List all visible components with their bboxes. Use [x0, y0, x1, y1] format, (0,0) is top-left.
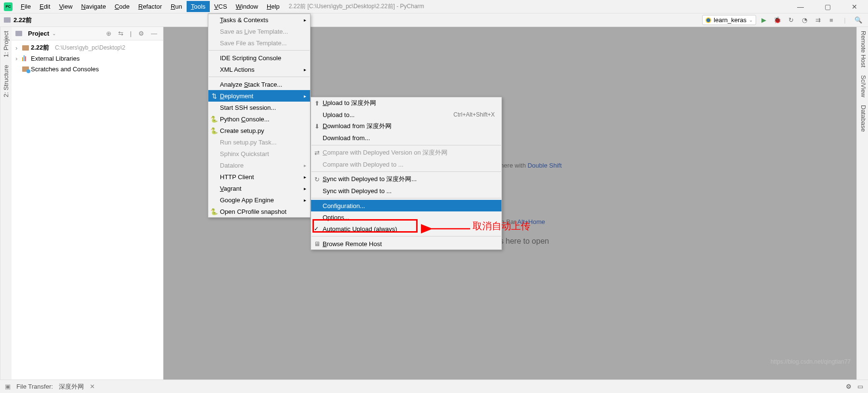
project-tab[interactable]: 1: Project — [1, 31, 11, 57]
tools-item-open-cprofile-snapshot[interactable]: 🐍Open CProfile snapshot — [208, 206, 310, 217]
notifications-icon[interactable]: ▭ — [857, 383, 863, 390]
menu-navigate[interactable]: Navigate — [77, 1, 110, 12]
project-panel: Project ⌄ ⊕ ⇆ | ⚙ — › 2.22前 C:\Users\gyb… — [12, 27, 163, 380]
tree-external-libraries[interactable]: › External Libraries — [12, 53, 163, 64]
close-button[interactable]: ✕ — [841, 0, 868, 13]
settings-icon[interactable]: ⚙ — [136, 30, 146, 37]
deployment-submenu-popup: ⬆Upload to 深度外网Upload to...Ctrl+Alt+Shif… — [311, 97, 502, 250]
tools-item-vagrant[interactable]: Vagrant▸ — [208, 183, 310, 194]
hide-button[interactable]: — — [149, 30, 159, 37]
deploy-item-options[interactable]: Options... — [311, 211, 502, 223]
divider: | — [839, 14, 851, 26]
remote-host-tab[interactable]: Remote Host — [858, 31, 867, 67]
tool-window-button[interactable]: ▣ — [5, 383, 11, 390]
select-opened-file-button[interactable]: ⊕ — [104, 30, 113, 37]
scratches-icon — [22, 66, 29, 72]
tools-item-http-client[interactable]: HTTP Client▸ — [208, 171, 310, 183]
module-icon — [22, 45, 29, 51]
host-icon: 🖥 — [313, 240, 321, 248]
chevron-right-icon[interactable]: › — [15, 44, 20, 52]
run-button[interactable]: ▶ — [758, 14, 770, 26]
menu-separator — [312, 198, 501, 198]
tools-item-run-setup-py-task: Run setup.py Task... — [208, 136, 310, 148]
submenu-arrow-icon: ▸ — [304, 67, 306, 72]
project-icon — [15, 31, 22, 36]
minimize-button[interactable]: — — [787, 0, 814, 13]
chevron-down-icon: ⌄ — [749, 17, 753, 23]
submenu-arrow-icon: ▸ — [304, 93, 306, 99]
watermark: https://blog.csdn.net/qingtian77 — [771, 358, 851, 365]
deploy-item-configuration[interactable]: Configuration... — [311, 200, 502, 211]
tools-item-tasks-contexts[interactable]: Tasks & Contexts▸ — [208, 14, 310, 26]
submenu-arrow-icon: ▸ — [304, 17, 306, 23]
menu-tools[interactable]: Tools — [187, 1, 210, 12]
chevron-right-icon[interactable]: › — [15, 55, 20, 62]
deploy-item-sync-with-deployed-to[interactable]: Sync with Deployed to ... — [311, 185, 502, 196]
menu-refactor[interactable]: Refactor — [134, 1, 166, 12]
deploy-item-sync-with-deployed-to[interactable]: ↻Sync with Deployed to 深度外网... — [311, 173, 502, 185]
database-tab[interactable]: Database — [858, 105, 867, 132]
deploy-item-browse-remote-host[interactable]: 🖥Browse Remote Host — [311, 238, 502, 249]
tools-item-python-console[interactable]: 🐍Python Console... — [208, 113, 310, 125]
run-config-selector[interactable]: learn_keras ⌄ — [702, 15, 756, 25]
chevron-down-icon[interactable]: ⌄ — [52, 31, 56, 36]
menu-vcs[interactable]: VCS — [210, 1, 231, 12]
menu-code[interactable]: Code — [110, 1, 134, 12]
coverage-button[interactable]: ↻ — [785, 14, 797, 26]
nav-bar: 2.22前 learn_keras ⌄ ▶ 🐞 ↻ ◔ ⇉ ■ | 🔍 — [0, 13, 868, 27]
tools-item-start-ssh-session[interactable]: Start SSH session... — [208, 102, 310, 113]
tools-item-datalore: Datalore▸ — [208, 159, 310, 171]
concurrency-button[interactable]: ⇉ — [812, 14, 824, 26]
deploy-item-compare-with-deployed-to: Compare with Deployed to ... — [311, 158, 502, 170]
menu-edit[interactable]: Edit — [35, 1, 54, 12]
menu-separator — [312, 171, 501, 172]
close-icon[interactable]: ✕ — [90, 383, 95, 390]
debug-button[interactable]: 🐞 — [772, 14, 783, 26]
tools-item-save-as-live-template: Save as Live Template... — [208, 26, 310, 37]
maximize-button[interactable]: ▢ — [814, 0, 841, 13]
deploy-item-upload-to[interactable]: ⬆Upload to 深度外网 — [311, 97, 502, 109]
libraries-icon — [22, 55, 29, 61]
deploy-item-automatic-upload-always[interactable]: ✓Automatic Upload (always) — [311, 223, 502, 235]
menu-window[interactable]: Window — [231, 1, 262, 12]
py-icon: 🐍 — [210, 116, 218, 123]
tools-item-analyze-stack-trace[interactable]: Analyze Stack Trace... — [208, 79, 310, 90]
event-log-icon[interactable]: ⚙ — [846, 383, 852, 390]
menu-separator — [312, 236, 501, 236]
tree-root[interactable]: › 2.22前 C:\Users\gyb_pc\Desktop\2 — [12, 42, 163, 53]
menu-file[interactable]: File — [16, 1, 35, 12]
check-icon: ✓ — [314, 225, 319, 232]
tools-item-save-file-as-template: Save File as Template... — [208, 37, 310, 49]
tools-item-sphinx-quickstart: Sphinx Quickstart — [208, 148, 310, 159]
deploy-item-download-from[interactable]: ⬇Download from 深度外网 — [311, 120, 502, 132]
breadcrumb[interactable]: 2.22前 — [14, 16, 32, 25]
project-tree: › 2.22前 C:\Users\gyb_pc\Desktop\2 › Exte… — [12, 40, 163, 76]
tools-menu-popup: Tasks & Contexts▸Save as Live Template..… — [208, 13, 311, 218]
search-button[interactable]: 🔍 — [853, 14, 864, 26]
deploy-item-compare-with-deployed-version-on: ⇄Compare with Deployed Version on 深度外网 — [311, 147, 502, 158]
file-transfer-server[interactable]: 深度外网 — [59, 382, 84, 391]
tools-item-xml-actions[interactable]: XML Actions▸ — [208, 64, 310, 75]
python-icon — [705, 17, 711, 23]
stop-button[interactable]: ■ — [826, 14, 837, 26]
cmp-icon: ⇄ — [313, 149, 321, 157]
expand-all-button[interactable]: ⇆ — [116, 30, 125, 37]
tools-item-google-app-engine[interactable]: Google App Engine▸ — [208, 194, 310, 206]
tools-item-deployment[interactable]: ⇅Deployment▸ — [208, 90, 310, 102]
py-icon: 🐍 — [210, 127, 218, 134]
sciview-tab[interactable]: SciView — [858, 75, 867, 97]
structure-tab[interactable]: 2: Structure — [1, 65, 11, 97]
deploy-item-download-from[interactable]: Download from... — [311, 132, 502, 144]
tree-scratches[interactable]: Scratches and Consoles — [12, 64, 163, 74]
tools-item-ide-scripting-console[interactable]: IDE Scripting Console — [208, 52, 310, 64]
project-panel-header: Project ⌄ ⊕ ⇆ | ⚙ — — [12, 27, 163, 40]
menu-run[interactable]: Run — [166, 1, 187, 12]
menu-help[interactable]: Help — [262, 1, 284, 12]
tools-item-create-setup-py[interactable]: 🐍Create setup.py — [208, 125, 310, 136]
profile-button[interactable]: ◔ — [799, 14, 810, 26]
project-panel-title: Project — [28, 30, 49, 37]
menu-view[interactable]: View — [54, 1, 77, 12]
window-title: 2.22前 [C:\Users\gyb_pc\Desktop\2.22前] - … — [289, 2, 424, 11]
deploy-item-upload-to[interactable]: Upload to...Ctrl+Alt+Shift+X — [311, 109, 502, 120]
file-transfer-label[interactable]: File Transfer: — [16, 383, 53, 390]
